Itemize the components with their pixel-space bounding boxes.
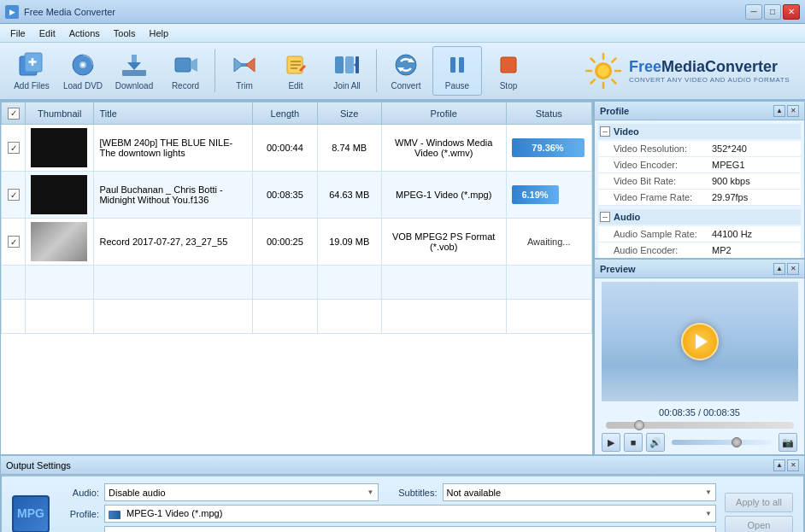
row2-checkbox[interactable] <box>8 189 20 201</box>
preview-controls: ▶ ■ 🔊 📷 <box>595 430 804 454</box>
row2-check[interactable] <box>2 172 26 219</box>
preview-volume-button[interactable]: 🔊 <box>646 433 665 452</box>
row2-size: 64.63 MB <box>317 172 381 219</box>
stop-button[interactable]: Stop <box>484 46 533 96</box>
svg-line-37 <box>612 79 615 83</box>
logo-sun-icon <box>585 52 622 90</box>
preview-play-ctrl-button[interactable]: ▶ <box>602 433 620 452</box>
download-button[interactable]: Download <box>109 46 159 96</box>
profile-video-bitrate-row: Video Bit Rate: 900 kbps <box>598 173 801 190</box>
video-collapse-icon[interactable]: ─ <box>600 126 610 137</box>
logo-main-text: FreeMediaConverter <box>629 58 790 76</box>
row1-thumb-image <box>31 128 87 167</box>
select-all-checkbox[interactable] <box>8 108 20 120</box>
folder-input[interactable]: F:\Files\Sample Videos <box>104 526 716 532</box>
toolbar-separator-2 <box>376 50 377 92</box>
preview-snapshot-button[interactable]: 📷 <box>779 433 797 452</box>
output-panel-minimize[interactable]: ▲ <box>773 459 785 471</box>
row2-thumb-image <box>31 175 87 214</box>
col-header-size: Size <box>317 102 381 125</box>
menu-actions[interactable]: Actions <box>62 26 107 40</box>
close-button[interactable]: ✕ <box>783 4 800 20</box>
menu-help[interactable]: Help <box>142 26 175 40</box>
add-files-button[interactable]: Add Files <box>7 46 56 96</box>
pause-button[interactable]: Pause <box>432 46 482 96</box>
preview-time-display: 00:08:35 / 00:08:35 <box>595 405 804 420</box>
bottom-section: Output Settings ▲ ✕ MPG Audio: Disable a… <box>0 455 805 532</box>
row2-thumbnail <box>26 172 94 219</box>
apply-to-all-button[interactable]: Apply to all <box>725 493 793 512</box>
row1-checkbox[interactable] <box>8 142 20 154</box>
profile-row: Profile: MPEG-1 Video (*.mpg) ▼ <box>58 505 716 523</box>
row2-length: 00:08:35 <box>253 172 317 219</box>
preview-play-button[interactable] <box>681 323 719 360</box>
toolbar-separator-1 <box>214 50 215 92</box>
preview-stop-ctrl-button[interactable]: ■ <box>624 433 643 452</box>
join-all-label: Join All <box>333 81 361 91</box>
preview-panel-title: Preview <box>600 264 636 274</box>
profile-select[interactable]: MPEG-1 Video (*.mpg) ▼ <box>104 505 716 523</box>
stop-icon <box>495 51 522 79</box>
col-header-check <box>2 102 26 125</box>
profile-video-encoder-row: Video Encoder: MPEG1 <box>598 157 801 173</box>
profile-video-section: ─ Video <box>598 124 801 139</box>
audio-collapse-icon[interactable]: ─ <box>600 212 610 222</box>
row1-status: 79.36% <box>506 125 592 172</box>
download-label: Download <box>115 81 153 91</box>
edit-button[interactable]: Edit <box>271 46 320 96</box>
row1-progress-bar: 79.36% <box>512 138 585 157</box>
record-button[interactable]: Record <box>161 46 210 96</box>
row1-thumbnail <box>26 125 94 172</box>
subtitles-select[interactable]: Not available ▼ <box>443 483 717 501</box>
load-dvd-button[interactable]: Load DVD <box>58 46 108 96</box>
preview-panel: Preview ▲ ✕ 00:08:35 / 00:08:35 ▶ ■ 🔊 <box>594 259 805 455</box>
svg-rect-23 <box>355 56 359 73</box>
menu-file[interactable]: File <box>3 26 32 40</box>
row3-length: 00:00:25 <box>253 219 317 266</box>
convert-button[interactable]: Convert <box>381 46 431 96</box>
file-list-area: Thumbnail Title Length Size Profile Stat… <box>0 101 593 455</box>
row3-check[interactable] <box>2 219 26 266</box>
svg-rect-21 <box>345 56 354 73</box>
main-content: Thumbnail Title Length Size Profile Stat… <box>0 101 805 455</box>
profile-panel-close[interactable]: ✕ <box>787 105 799 117</box>
trim-button[interactable]: Trim <box>220 46 269 96</box>
menu-tools[interactable]: Tools <box>107 26 143 40</box>
pause-label: Pause <box>445 81 469 91</box>
row1-title: [WEBM 240p] THE BLUE NILE-The downtown l… <box>94 125 253 172</box>
volume-slider[interactable] <box>672 440 772 445</box>
table-row: [WEBM 240p] THE BLUE NILE-The downtown l… <box>2 125 592 172</box>
row3-status: Awaiting... <box>506 219 592 266</box>
row3-title: Record 2017-07-27, 23_27_55 <box>94 219 253 266</box>
maximize-button[interactable]: □ <box>764 4 781 20</box>
audio-select[interactable]: Disable audio ▼ <box>104 483 379 501</box>
preview-seek-bar[interactable] <box>606 422 794 429</box>
row1-check[interactable] <box>2 125 26 172</box>
svg-point-6 <box>81 63 85 67</box>
menu-edit[interactable]: Edit <box>32 26 62 40</box>
right-panel: Profile ▲ ✕ ─ Video Video Resolution: 35… <box>593 101 805 455</box>
output-panel-close[interactable]: ✕ <box>787 459 799 471</box>
profile-select-arrow: ▼ <box>705 510 712 517</box>
logo-subtitle: CONVERT ANY VIDEO AND AUDIO FORMATS <box>629 76 790 84</box>
row3-checkbox[interactable] <box>8 236 20 248</box>
convert-label: Convert <box>391 81 420 91</box>
title-bar-left: ▶ Free Media Converter <box>5 5 115 19</box>
profile-label: Profile: <box>58 509 99 519</box>
open-button[interactable]: Open <box>725 516 793 533</box>
empty-row <box>2 300 592 334</box>
profile-audio-section: ─ Audio <box>598 209 801 225</box>
profile-video-framerate-row: Video Frame Rate: 29.97fps <box>598 190 801 206</box>
output-panel-controls: ▲ ✕ <box>773 459 799 471</box>
edit-label: Edit <box>288 81 303 91</box>
svg-rect-29 <box>501 57 516 73</box>
preview-panel-close[interactable]: ✕ <box>787 263 799 275</box>
profile-panel-minimize[interactable]: ▲ <box>773 105 785 117</box>
file-table: Thumbnail Title Length Size Profile Stat… <box>1 102 592 334</box>
toolbar: Add Files Load DVD Download <box>0 43 805 101</box>
profile-panel-controls: ▲ ✕ <box>773 105 799 117</box>
minimize-button[interactable]: ─ <box>745 4 762 20</box>
join-all-button[interactable]: Join All <box>322 46 372 96</box>
preview-panel-minimize[interactable]: ▲ <box>773 263 785 275</box>
audio-select-arrow: ▼ <box>367 488 374 496</box>
